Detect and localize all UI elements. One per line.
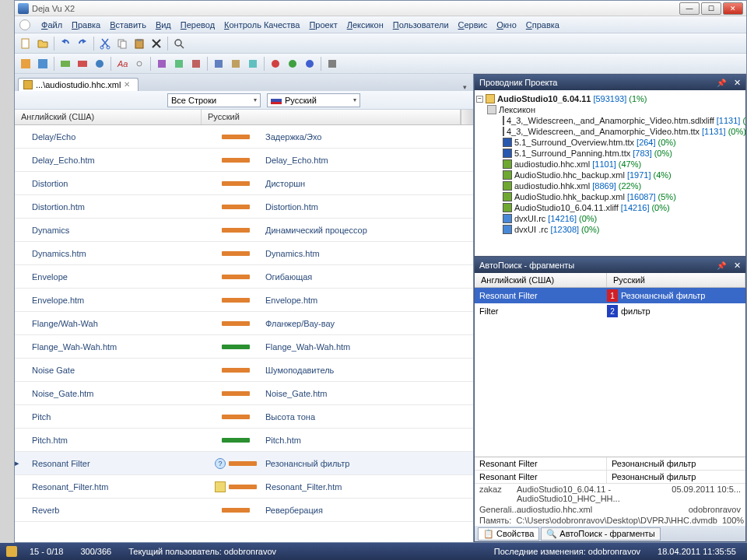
- cut-icon[interactable]: [97, 36, 113, 51]
- status-user: Текущий пользователь: odobronravov: [124, 547, 281, 556]
- tree-file[interactable]: AudioStudio.hhk_backup.xml [16087] (5%): [476, 191, 744, 202]
- menu-контроль качества[interactable]: Контроль Качества: [219, 19, 304, 31]
- maximize-button[interactable]: ☐: [701, 2, 721, 15]
- search-icon[interactable]: [171, 36, 187, 51]
- menu-вставить[interactable]: Вставить: [105, 19, 151, 31]
- tool-h-icon[interactable]: [188, 56, 204, 72]
- menubar: ФайлПравкаВставитьВидПереводКонтроль Кач…: [15, 16, 746, 33]
- menu-сервис[interactable]: Сервис: [454, 19, 493, 31]
- table-row[interactable]: Delay/EchoЗадержка/Эхо: [15, 125, 473, 149]
- doc-tab[interactable]: ...\audiostudio.hhc.xml ✕: [18, 78, 139, 91]
- table-row[interactable]: Dynamics.htmDynamics.htm: [15, 242, 473, 265]
- tool-a-icon[interactable]: [18, 56, 33, 72]
- tree-file[interactable]: 4_3,_Widescreen,_and_Anamorphic_Video.ht…: [476, 126, 744, 137]
- table-row[interactable]: Flange/Wah-WahФланжер/Вау-вау: [15, 312, 473, 335]
- tree-file[interactable]: 5.1_Surround_Overview.htm.ttx [264] (0%): [476, 137, 744, 148]
- tool-e-icon[interactable]: [92, 56, 107, 72]
- as-header-target[interactable]: Русский: [607, 273, 745, 287]
- tree-file[interactable]: AudioStudio10_6.04.11.xliff [14216] (0%): [476, 202, 744, 213]
- as-header-source[interactable]: Английский (США): [475, 273, 607, 287]
- table-row[interactable]: Resonant_Filter.htmResonant_Filter.htm: [15, 475, 473, 499]
- autosearch-row[interactable]: Resonant Filter1Резонансный фильтр: [475, 288, 745, 303]
- tool-f-icon[interactable]: [154, 56, 170, 72]
- link-icon[interactable]: [132, 56, 147, 72]
- undo-icon[interactable]: [58, 36, 73, 51]
- copy-icon[interactable]: [114, 36, 130, 51]
- close-icon[interactable]: ✕: [124, 80, 133, 89]
- table-row[interactable]: Pitch.htmPitch.htm: [15, 429, 473, 452]
- menu-перевод[interactable]: Перевод: [176, 19, 219, 31]
- table-row[interactable]: DynamicsДинамический процессор: [15, 219, 473, 242]
- autosearch-body[interactable]: Resonant Filter1Резонансный фильтрFilter…: [475, 288, 745, 457]
- tree-file[interactable]: audiostudio.hhk.xml [8869] (22%): [476, 180, 744, 191]
- tool-d-icon[interactable]: [75, 56, 90, 72]
- toolbar-2: Aa: [15, 54, 746, 74]
- font-icon[interactable]: Aa: [114, 56, 130, 72]
- table-row[interactable]: ReverbРеверберация: [15, 499, 473, 522]
- tree-file[interactable]: dvxUI.rc [14216] (0%): [476, 213, 744, 224]
- close-button[interactable]: ✕: [723, 2, 743, 15]
- tool-m-icon[interactable]: [285, 56, 300, 72]
- file-icon: [503, 149, 512, 158]
- panel-title: Проводник Проекта: [479, 78, 557, 87]
- grid-body[interactable]: Delay/EchoЗадержка/ЭхоDelay_Echo.htmDela…: [15, 125, 473, 542]
- status-bar-icon: [222, 415, 250, 419]
- tree-file[interactable]: 5.1_Surround_Panning.htm.ttx [783] (0%): [476, 148, 744, 159]
- tool-i-icon[interactable]: [211, 56, 226, 72]
- menu-правка[interactable]: Правка: [67, 19, 105, 31]
- tree-file[interactable]: AudioStudio.hhc_backup.xml [1971] (4%): [476, 170, 744, 180]
- table-row[interactable]: Noise_Gate.htmNoise_Gate.htm: [15, 382, 473, 405]
- filter-rows-select[interactable]: Все Строки ▾: [167, 93, 261, 107]
- redo-icon[interactable]: [75, 36, 90, 51]
- chevron-down-icon[interactable]: ▾: [460, 83, 470, 91]
- cell-source: Envelope.htm: [26, 296, 212, 305]
- close-icon[interactable]: ✕: [734, 261, 741, 271]
- menu-файл[interactable]: Файл: [37, 19, 67, 31]
- table-row[interactable]: Flange_Wah-Wah.htmFlange_Wah-Wah.htm: [15, 335, 473, 359]
- menu-справка[interactable]: Справка: [521, 19, 564, 31]
- table-row[interactable]: Delay_Echo.htmDelay_Echo.htm: [15, 149, 473, 172]
- svg-point-12: [96, 60, 103, 68]
- tool-j-icon[interactable]: [228, 56, 244, 72]
- paste-icon[interactable]: [132, 36, 147, 51]
- new-icon[interactable]: [18, 36, 33, 51]
- menu-окно[interactable]: Окно: [492, 19, 521, 31]
- tool-n-icon[interactable]: [302, 56, 317, 72]
- tool-o-icon[interactable]: [324, 56, 340, 72]
- autosearch-row[interactable]: Filter2фильтр: [475, 303, 745, 319]
- file-icon: [503, 116, 504, 125]
- tab-autosearch[interactable]: 🔍 АвтоПоиск - фрагменты: [541, 527, 660, 541]
- tree-file[interactable]: audiostudio.hhc.xml [1101] (47%): [476, 159, 744, 170]
- minimize-button[interactable]: —: [679, 2, 700, 15]
- menu-вид[interactable]: Вид: [151, 19, 176, 31]
- table-row[interactable]: Distortion.htmDistortion.htm: [15, 195, 473, 219]
- menu-проект[interactable]: Проект: [304, 19, 342, 31]
- table-row[interactable]: Noise GateШумоподавитель: [15, 359, 473, 382]
- menu-лексикон[interactable]: Лексикон: [342, 19, 388, 31]
- translation-grid-pane: ...\audiostudio.hhc.xml ✕ ▾ Все Строки ▾…: [15, 74, 474, 542]
- delete-icon[interactable]: [149, 36, 164, 51]
- table-row[interactable]: ▸Resonant Filter?Резонансный фильтр: [15, 452, 473, 475]
- header-source[interactable]: Английский (США): [15, 110, 202, 124]
- tool-c-icon[interactable]: [58, 56, 73, 72]
- table-row[interactable]: PitchВысота тона: [15, 405, 473, 429]
- project-tree[interactable]: − AudioStudio10_6.04.11 [593193] (1%) Ле…: [475, 90, 745, 256]
- header-target[interactable]: Русский: [202, 110, 461, 124]
- table-row[interactable]: DistortionДисторшн: [15, 172, 473, 195]
- table-row[interactable]: Envelope.htmEnvelope.htm: [15, 289, 473, 312]
- tree-file[interactable]: dvxUI .rc [12308] (0%): [476, 224, 744, 235]
- tree-toggle-icon[interactable]: −: [476, 96, 483, 103]
- filter-lang-select[interactable]: Русский ▾: [267, 93, 360, 107]
- tool-b-icon[interactable]: [35, 56, 51, 72]
- pin-icon[interactable]: 📌: [717, 79, 726, 87]
- tree-file[interactable]: 4_3,_Widescreen,_and_Anamorphic_Video.ht…: [476, 115, 744, 126]
- tool-g-icon[interactable]: [171, 56, 187, 72]
- menu-пользователи[interactable]: Пользователи: [388, 19, 454, 31]
- close-icon[interactable]: ✕: [734, 78, 741, 88]
- table-row[interactable]: EnvelopeОгибающая: [15, 265, 473, 289]
- open-icon[interactable]: [35, 36, 51, 51]
- pin-icon[interactable]: 📌: [717, 261, 726, 270]
- tab-properties[interactable]: 📋 Свойства: [478, 527, 539, 541]
- tool-l-icon[interactable]: [268, 56, 283, 72]
- tool-k-icon[interactable]: [245, 56, 261, 72]
